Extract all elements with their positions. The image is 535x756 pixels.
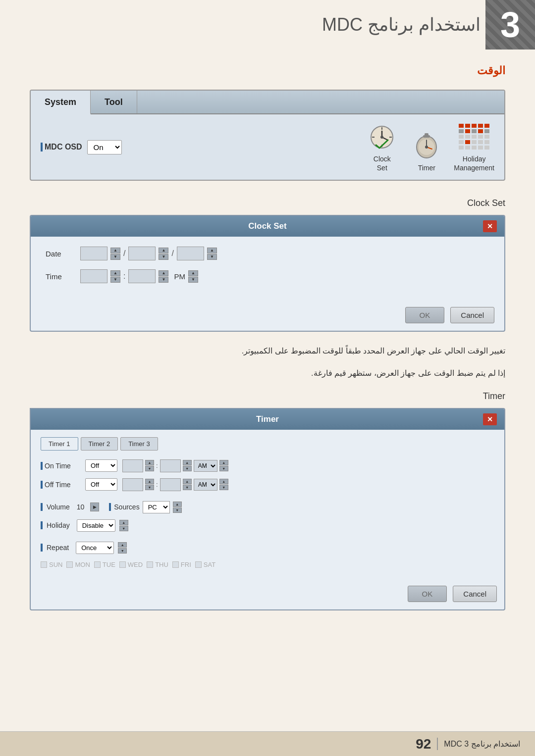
date-year-arrows: ▲ ▼ [110, 248, 120, 260]
mon-checkbox[interactable] [66, 561, 73, 568]
date-sep1: / [123, 249, 125, 258]
on-time-select[interactable]: Off On [85, 459, 117, 472]
fri-checkbox[interactable] [172, 561, 179, 568]
holiday-select[interactable]: Disable Enable [77, 519, 115, 532]
holiday-label: Holiday Management [454, 154, 494, 172]
mdc-osd-select[interactable]: On Off [87, 140, 122, 154]
pm-label: PM [174, 272, 185, 281]
date-month-down[interactable]: ▼ [159, 254, 168, 260]
holiday-icon-item[interactable]: Holiday Management [454, 122, 494, 172]
off-min-input[interactable]: 00 [160, 478, 181, 491]
on-colon: : [156, 462, 158, 469]
on-ampm-up[interactable]: ▲ [219, 460, 228, 465]
clock-set-footer: OK Cancel [31, 302, 504, 331]
repeat-arrows: ▲ ▼ [118, 542, 127, 554]
date-day-down[interactable]: ▼ [207, 254, 217, 260]
tab-tool[interactable]: Tool [91, 91, 137, 113]
timer-ok-button[interactable]: OK [408, 586, 447, 602]
days-row: SUN MON TUE WED THU [41, 561, 494, 568]
date-year-up[interactable]: ▲ [110, 248, 120, 253]
on-min-up[interactable]: ▲ [183, 460, 192, 465]
off-ampm-down[interactable]: ▼ [219, 485, 228, 490]
repeat-up[interactable]: ▲ [118, 542, 127, 548]
thu-checkbox[interactable] [147, 561, 153, 568]
tue-checkbox[interactable] [94, 561, 101, 568]
on-time-row: On Time Off On 12 ▲ ▼ : 00 ▲ ▼ [41, 459, 494, 472]
off-hour-up[interactable]: ▲ [145, 479, 154, 484]
date-month-arrows: ▲ ▼ [159, 248, 168, 260]
timer-tab-1[interactable]: Timer 1 [41, 437, 78, 451]
on-min-input[interactable]: 00 [160, 459, 181, 472]
sun-checkbox[interactable] [41, 561, 47, 568]
date-year-down[interactable]: ▼ [110, 254, 120, 260]
repeat-select[interactable]: Once Daily Weekly [76, 542, 114, 554]
holiday-down[interactable]: ▼ [119, 526, 128, 531]
timer-icon-item[interactable]: Timer [409, 131, 444, 172]
off-hour-input[interactable]: 12 [122, 478, 143, 491]
chapter-header: استخدام برنامج MDC 3 [0, 0, 535, 50]
clock-set-header: Clock Set ✕ [31, 216, 504, 237]
timer-dialog: Timer ✕ Timer 1 Timer 2 Timer 3 On [30, 408, 505, 610]
on-hour-input[interactable]: 12 [122, 459, 143, 472]
sources-down[interactable]: ▼ [173, 507, 182, 513]
time-min-up[interactable]: ▲ [159, 270, 168, 276]
timer-close-button[interactable]: ✕ [483, 413, 497, 425]
timer-icon [409, 131, 444, 160]
clock-set-close-button[interactable]: ✕ [483, 220, 497, 232]
off-ampm-select[interactable]: AM PM [194, 479, 217, 491]
wed-checkbox[interactable] [119, 561, 126, 568]
volume-bar [41, 503, 43, 511]
time-hour-down[interactable]: ▼ [110, 277, 120, 283]
timer-tab-3[interactable]: Timer 3 [120, 437, 158, 451]
system-toolbar: System Tool [31, 91, 504, 114]
clock-set-dialog: Clock Set ✕ Date ---- ▲ ▼ / -- ▲ ▼ [30, 215, 505, 332]
clock-set-title: Clock Set [52, 221, 483, 231]
off-colon: : [156, 481, 158, 488]
on-hour-down[interactable]: ▼ [145, 466, 154, 471]
time-min-input[interactable]: -- [128, 269, 156, 283]
on-ampm-select[interactable]: AM PM [194, 460, 217, 472]
mdc-osd-label: MDC OSD [41, 143, 82, 151]
system-body: MDC OSD On Off [31, 114, 504, 180]
volume-increase[interactable]: ▶ [90, 503, 99, 511]
date-month-up[interactable]: ▲ [159, 248, 168, 253]
clock-set-ok-button[interactable]: OK [405, 307, 445, 323]
sources-up[interactable]: ▲ [173, 502, 182, 507]
sat-checkbox[interactable] [195, 561, 202, 568]
off-ampm-up[interactable]: ▲ [219, 479, 228, 484]
on-min-down[interactable]: ▼ [183, 466, 192, 471]
on-time-bar [41, 462, 43, 470]
time-hour-input[interactable]: -- [80, 269, 107, 283]
timer-title: Timer [52, 414, 483, 424]
on-ampm-down[interactable]: ▼ [219, 466, 228, 471]
timer-body: Timer 1 Timer 2 Timer 3 On Time Off On [31, 430, 504, 581]
time-ampm-up[interactable]: ▲ [188, 270, 198, 276]
date-month-input[interactable]: -- [128, 247, 156, 260]
holiday-up[interactable]: ▲ [119, 520, 128, 525]
repeat-down[interactable]: ▼ [118, 548, 127, 554]
date-day-input[interactable]: -- [177, 247, 204, 260]
time-sep-colon: : [123, 272, 125, 281]
off-time-select[interactable]: Off On [85, 478, 117, 491]
timer-cancel-button[interactable]: Cancel [453, 586, 497, 602]
on-hour-up[interactable]: ▲ [145, 460, 154, 465]
clock-set-icon-item[interactable]: Clock Set [365, 122, 399, 172]
time-min-down[interactable]: ▼ [159, 277, 168, 283]
clock-set-cancel-button[interactable]: Cancel [450, 307, 494, 323]
chapter-title: استخدام برنامج MDC [322, 14, 485, 35]
clock-set-body: Date ---- ▲ ▼ / -- ▲ ▼ / -- [31, 237, 504, 302]
volume-sources-row: Volume 10 ▶ Sources PC ▲ ▼ [41, 501, 494, 513]
time-hour-up[interactable]: ▲ [110, 270, 120, 276]
timer-tab-2[interactable]: Timer 2 [81, 437, 118, 451]
sources-select[interactable]: PC [143, 501, 170, 513]
off-min-up[interactable]: ▲ [183, 479, 192, 484]
time-ampm-down[interactable]: ▼ [188, 277, 198, 283]
off-hour-down[interactable]: ▼ [145, 485, 154, 490]
tab-system[interactable]: System [31, 91, 91, 114]
date-day-up[interactable]: ▲ [207, 248, 217, 253]
repeat-row: Repeat Once Daily Weekly ▲ ▼ [41, 542, 494, 554]
date-year-input[interactable]: ---- [80, 247, 107, 260]
off-min-down[interactable]: ▼ [183, 485, 192, 490]
sources-bar [109, 503, 111, 511]
repeat-bar [41, 544, 43, 552]
